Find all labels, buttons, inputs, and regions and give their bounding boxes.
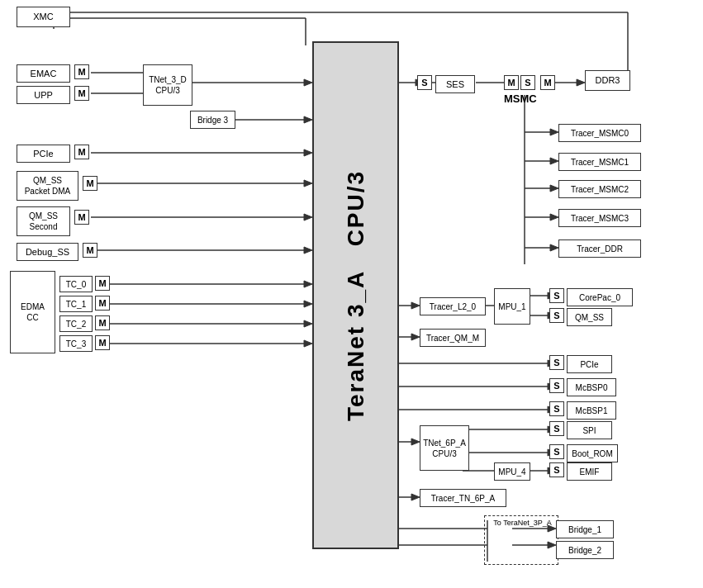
msmc-m-output: M [540, 75, 555, 90]
tracer-msmc3-box: Tracer_MSMC3 [558, 209, 641, 227]
svg-marker-69 [304, 116, 312, 123]
tc2-box: TC_2 [59, 315, 93, 332]
tnet6p-box: TNet_6P_A CPU/3 [420, 425, 469, 471]
tc0-box: TC_0 [59, 276, 93, 292]
tc3-box: TC_3 [59, 335, 93, 352]
tc3-m: M [95, 335, 110, 350]
msmc-label: MSMC [504, 92, 537, 105]
emif-s: S [549, 462, 564, 477]
tracer-l2-0-box: Tracer_L2_0 [420, 297, 486, 315]
mcbsp1-s: S [549, 401, 564, 416]
msmc-m-input: M [504, 75, 519, 90]
pcie-m: M [74, 145, 89, 159]
svg-marker-72 [304, 214, 312, 220]
ddr3-box: DDR3 [585, 70, 630, 91]
qmss-s: S [549, 308, 564, 323]
ses-box: SES [435, 75, 475, 93]
svg-marker-34 [411, 302, 420, 309]
svg-marker-58 [411, 494, 420, 500]
upp-m: M [74, 86, 89, 101]
svg-marker-30 [550, 214, 558, 220]
qm-second-m: M [74, 210, 89, 225]
svg-marker-75 [304, 301, 312, 307]
corepac0-box: CorePac_0 [567, 288, 633, 306]
bridge1-box: Bridge_1 [556, 520, 614, 538]
edma-cc-box: EDMA CC [10, 271, 55, 353]
debug-ss-box: Debug_SS [17, 243, 78, 261]
tracer-msmc1-box: Tracer_MSMC1 [558, 153, 641, 171]
emif-box: EMIF [567, 462, 612, 481]
teranet-main-box: TeraNet 3_A CPU/3 [312, 41, 399, 549]
svg-marker-76 [304, 320, 312, 327]
svg-marker-77 [304, 340, 312, 347]
boot-rom-box: Boot_ROM [567, 444, 618, 462]
mcbsp1-box: McBSP1 [567, 401, 616, 420]
bridge3-box: Bridge 3 [190, 111, 235, 129]
tracer-msmc2-box: Tracer_MSMC2 [558, 180, 641, 198]
tc0-m: M [95, 276, 110, 291]
spi-s: S [549, 421, 564, 436]
qm-packet-m: M [83, 176, 97, 191]
svg-marker-26 [550, 158, 558, 164]
bridge2-box: Bridge_2 [556, 541, 614, 559]
corepac0-s: S [549, 288, 564, 303]
tracer-qm-m-box: Tracer_QM_M [420, 329, 486, 347]
xmc-box: XMC [17, 7, 70, 27]
s-box-ses-input: S [417, 75, 432, 90]
mpu4-box: MPU_4 [494, 462, 530, 481]
emac-m: M [74, 64, 89, 79]
qm-packet-box: QM_SS Packet DMA [17, 171, 78, 201]
pcie2-box: PCIe [567, 355, 612, 373]
svg-marker-70 [304, 149, 312, 156]
qm-second-box: QM_SS Second [17, 206, 70, 236]
boot-rom-s: S [549, 444, 564, 459]
tc1-m: M [95, 296, 110, 311]
svg-marker-73 [304, 247, 312, 254]
tracer-tn6p-box: Tracer_TN_6P_A [420, 489, 506, 507]
svg-marker-41 [411, 334, 420, 340]
spi-box: SPI [567, 421, 612, 439]
tracer-ddr-box: Tracer_DDR [558, 239, 641, 258]
svg-marker-68 [304, 79, 312, 86]
svg-marker-74 [304, 281, 312, 287]
tc2-m: M [95, 315, 110, 330]
mpu1-box: MPU_1 [494, 288, 530, 325]
qmss-box: QM_SS [567, 308, 612, 326]
to-teranet-label: To TeraNet_3P_A [487, 519, 558, 527]
svg-marker-21 [577, 79, 585, 86]
svg-marker-28 [550, 185, 558, 192]
mcbsp0-box: McBSP0 [567, 378, 616, 396]
svg-marker-24 [550, 129, 558, 135]
emac-box: EMAC [17, 64, 70, 83]
tc1-box: TC_1 [59, 296, 93, 312]
svg-marker-71 [304, 180, 312, 187]
tracer-msmc0-box: Tracer_MSMC0 [558, 124, 641, 142]
svg-marker-49 [411, 439, 420, 445]
svg-marker-32 [550, 244, 558, 251]
pcie-box: PCIe [17, 145, 70, 163]
mcbsp0-s: S [549, 378, 564, 393]
tnet3d-box: TNet_3_D CPU/3 [143, 64, 192, 106]
msmc-s-box: S [520, 75, 535, 90]
debug-ss-m: M [83, 243, 97, 258]
upp-box: UPP [17, 86, 70, 104]
pcie2-s: S [549, 355, 564, 370]
